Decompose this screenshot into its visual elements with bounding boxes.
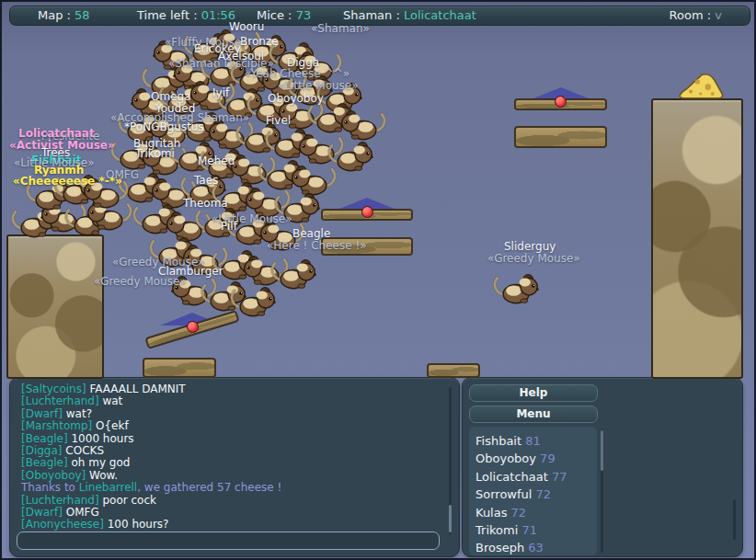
menu-button[interactable]: Menu xyxy=(469,406,598,423)
player-list-name: Broseph xyxy=(475,541,524,554)
seesaw-platform xyxy=(144,313,240,355)
chat-message: [Beagle] 1000 hours xyxy=(21,433,448,445)
player-list[interactable]: Fishbait 81Oboyoboy 79Lolicatchaat 77Sor… xyxy=(469,427,597,555)
chat-sender-name: [Luchterhand] xyxy=(21,394,99,407)
chat-message: [Anonycheese] 100 hours? xyxy=(21,519,448,531)
player-list-score: 77 xyxy=(548,470,567,484)
player-name-label: Iyif xyxy=(212,86,229,99)
chat-message: [Digga] COCKS xyxy=(21,445,448,457)
chat-scrollbar-thumb[interactable] xyxy=(449,505,452,532)
mice-value: 73 xyxy=(296,8,312,22)
chat-input[interactable] xyxy=(17,531,440,550)
wood-platform xyxy=(427,363,480,378)
seesaw-pivot-ball xyxy=(361,206,373,218)
player-list-name: Trikomi xyxy=(475,523,518,537)
player-list-name: Fishbait xyxy=(475,434,521,448)
chat-message-text: wat xyxy=(99,394,123,407)
player-list-row: Trikomi 71 xyxy=(475,521,597,539)
player-name-label: *PoNGBgustus xyxy=(124,120,204,133)
chat-message-text: 1000 hours xyxy=(68,432,134,445)
top-status-bar: Map : 58 Time left : 01:56 Mice : 73 Sha… xyxy=(9,6,750,26)
panel-scrollbar-thumb[interactable] xyxy=(733,499,736,540)
player-name-label: «Little Mouse» xyxy=(278,79,359,92)
player-name-label: Pilf xyxy=(221,220,237,233)
chat-message: [Oboyoboy] Wow. xyxy=(21,470,448,482)
player-name-label: «Cheeeeeese *-*» xyxy=(13,175,122,188)
help-button[interactable]: Help xyxy=(469,384,598,402)
system-message: Thanks to Linebarrell, we gathered 57 ch… xyxy=(21,482,448,494)
chat-message-text: 100 hours? xyxy=(104,518,169,531)
ground-column xyxy=(651,98,743,379)
system-message-text: Thanks to xyxy=(21,481,79,494)
player-list-scrollbar[interactable] xyxy=(601,429,603,553)
seesaw-platform xyxy=(321,198,413,240)
shaman-value: Lolicatchaat xyxy=(404,8,476,22)
chat-scrollbar[interactable] xyxy=(449,387,452,534)
player-name-label: Oboyoboy xyxy=(268,92,324,105)
chat-message: [Dwarf] wat? xyxy=(21,408,448,420)
player-list-name: Oboyoboy xyxy=(475,451,536,465)
mouse-sprite xyxy=(228,285,280,317)
player-list-score: 79 xyxy=(536,451,556,465)
cheese-wedge xyxy=(679,71,724,104)
chat-message: [Saltycoins] FAAAALL DAMNIT xyxy=(21,383,448,395)
chat-sender-name: [Marshtomp] xyxy=(21,419,92,432)
chat-sender-name: [Dwarf] xyxy=(21,407,63,420)
wood-platform xyxy=(143,358,216,378)
system-message-text: Linebarrell xyxy=(79,481,137,494)
player-name-label: Mehed xyxy=(198,154,235,167)
chat-message-text: oh my god xyxy=(68,456,131,469)
chat-message-text: Wow. xyxy=(86,469,118,482)
chat-panel: [Saltycoins] FAAAALL DAMNIT[Luchterhand]… xyxy=(9,377,460,557)
player-list-score: 71 xyxy=(518,523,537,537)
chat-message: [Beagle] oh my god xyxy=(21,457,448,469)
player-list-score: 72 xyxy=(507,506,526,520)
player-list-row: Oboyoboy 79 xyxy=(475,450,597,467)
player-name-label: «Here ! Cheese !» xyxy=(267,239,367,252)
chat-sender-name: [Saltycoins] xyxy=(21,383,86,395)
time-left-counter: Time left : 01:56 xyxy=(137,6,235,25)
player-name-label: Beagle xyxy=(292,227,330,240)
chat-message: [Luchterhand] poor cock xyxy=(21,495,448,507)
chat-sender-name: [Dwarf] xyxy=(21,506,63,519)
player-list-row: Sorrowful 72 xyxy=(475,486,597,503)
chat-message-text: poor cock xyxy=(99,494,156,507)
shaman-label: Shaman : xyxy=(343,8,400,22)
room-value: v xyxy=(715,8,722,22)
chat-message-text: COCKS xyxy=(63,444,105,457)
chat-message-text: OMFG xyxy=(63,506,99,519)
player-name-label: Taes xyxy=(194,174,218,187)
player-name-label: Omega xyxy=(151,90,191,103)
system-message-text: , we gathered 57 cheese ! xyxy=(137,481,281,494)
chat-sender-name: [Beagle] xyxy=(21,432,68,445)
player-list-row: Lolicatchaat 77 xyxy=(475,468,597,486)
chat-message-text: O{ekf xyxy=(92,419,128,432)
menu-panel: Help Menu Fishbait 81Oboyoboy 79Lolicatc… xyxy=(462,377,743,557)
player-name-label: «Greedy Mouse» xyxy=(487,252,580,265)
time-label: Time left : xyxy=(137,8,198,22)
chat-message: [Dwarf] OMFG xyxy=(21,507,448,519)
player-name-label: «Shaman» xyxy=(311,22,370,35)
chat-message: [Marshtomp] O{ekf xyxy=(21,420,448,432)
player-list-row: Kulas 72 xyxy=(475,504,597,521)
player-list-score: 72 xyxy=(532,487,551,501)
chat-sender-name: [Oboyoboy] xyxy=(21,469,86,482)
player-list-score: 63 xyxy=(524,541,544,554)
player-list-name: Sorrowful xyxy=(475,487,532,501)
chat-log[interactable]: [Saltycoins] FAAAALL DAMNIT[Luchterhand]… xyxy=(21,383,448,534)
ground-column xyxy=(6,234,104,379)
player-list-score: 81 xyxy=(521,434,541,448)
room-indicator[interactable]: Room : v xyxy=(670,6,722,25)
player-name-label: Fivel xyxy=(266,114,291,127)
player-name-label: Bronze xyxy=(240,35,279,48)
player-list-name: Kulas xyxy=(475,506,507,520)
seesaw-pivot-ball xyxy=(187,321,199,333)
seesaw-platform xyxy=(514,87,607,130)
seesaw-pivot-ball xyxy=(555,96,567,108)
player-name-label: Sliderguy xyxy=(504,240,556,253)
player-name-label: Wooru xyxy=(229,20,264,33)
player-name-label: «Yeah Cheese ^^» xyxy=(245,67,349,80)
chat-sender-name: [Digga] xyxy=(21,444,63,457)
mouse-sprite xyxy=(491,272,543,304)
player-list-scrollbar-thumb[interactable] xyxy=(601,430,603,471)
